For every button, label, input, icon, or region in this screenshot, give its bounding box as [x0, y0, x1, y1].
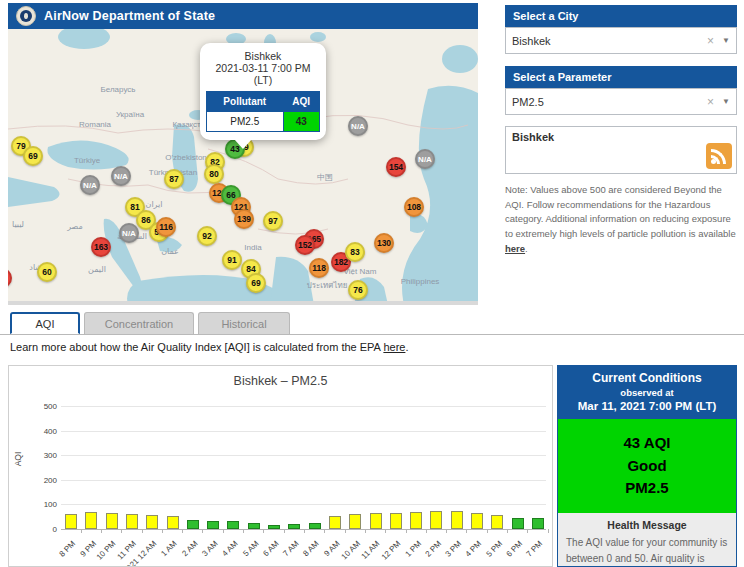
- chart-bar[interactable]: [65, 514, 77, 529]
- chart-bar[interactable]: [106, 513, 118, 529]
- chart-bar[interactable]: [167, 516, 179, 529]
- chart-x-label: 10 PM: [95, 539, 118, 562]
- chart-x-label: 3 PM: [444, 539, 464, 559]
- chart-bar[interactable]: [85, 512, 97, 529]
- chart-y-axis-label: AQI: [13, 452, 23, 467]
- parameter-clear-icon[interactable]: ×: [707, 95, 714, 109]
- chart-bar[interactable]: [430, 511, 442, 529]
- chart-x-label: 11 AM: [360, 539, 382, 561]
- aqi-chart: Bishkek – PM2.5 AQI 01002003004005008 PM…: [8, 365, 553, 567]
- chart-x-label: 8 AM: [302, 539, 321, 558]
- chart-bar[interactable]: [187, 520, 199, 529]
- chart-bar[interactable]: [288, 524, 300, 529]
- current-aqi-value: 43 AQI: [562, 432, 732, 455]
- parameter-select[interactable]: PM2.5 × ▼: [505, 88, 737, 115]
- chart-bar[interactable]: [268, 525, 280, 529]
- popup-city: Bishkek: [206, 50, 320, 62]
- aqi-map-marker[interactable]: 91: [222, 250, 242, 270]
- tab-bar: AQIConcentrationHistorical: [0, 312, 744, 335]
- chart-bar[interactable]: [227, 521, 239, 529]
- aqi-map-marker[interactable]: 152: [295, 235, 315, 255]
- current-conditions-header: Current Conditions observed at Mar 11, 2…: [558, 366, 736, 419]
- city-select[interactable]: Bishkek × ▼: [505, 27, 737, 54]
- chart-x-label: 8 PM: [58, 539, 78, 559]
- city-caret-icon[interactable]: ▼: [722, 36, 730, 45]
- map-popup: Bishkek 2021-03-11 7:00 PM (LT) Pollutan…: [200, 43, 326, 140]
- map-country-label: Беларусь: [101, 85, 136, 94]
- parameter-caret-icon[interactable]: ▼: [722, 97, 730, 106]
- rss-icon[interactable]: [706, 143, 732, 169]
- chart-bar[interactable]: [451, 511, 463, 529]
- chart-bar[interactable]: [248, 523, 260, 529]
- city-select-value: Bishkek: [512, 35, 707, 47]
- aqi-map-marker[interactable]: 69: [23, 146, 43, 166]
- map-country-label: India: [244, 243, 261, 252]
- aqi-map-marker[interactable]: 60: [37, 262, 57, 282]
- aqi-map-marker[interactable]: 76: [348, 280, 368, 300]
- chart-bar[interactable]: [207, 521, 219, 529]
- aqi-map[interactable]: БеларусьУкраїнаRomaniaTürkiyeҚазақстанO'…: [8, 29, 478, 305]
- aqi-map-marker[interactable]: N/A: [415, 149, 435, 169]
- tab-aqi[interactable]: AQI: [10, 312, 80, 334]
- aqi-map-marker[interactable]: N/A: [111, 166, 131, 186]
- city-clear-icon[interactable]: ×: [707, 34, 714, 48]
- health-message-block: Health Message The AQI value for your co…: [558, 513, 736, 567]
- popup-col-pollutant: Pollutant: [207, 92, 284, 112]
- select-city-header: Select a City: [505, 5, 737, 27]
- chart-x-tick: [385, 529, 386, 533]
- aqi-map-marker[interactable]: 69: [246, 273, 266, 293]
- chart-bar[interactable]: [471, 513, 483, 529]
- map-country-label: Україна: [116, 110, 144, 119]
- map-country-label: ايران: [146, 200, 163, 209]
- note-text: Note: Values above 500 are considered Be…: [505, 184, 736, 239]
- chart-bar[interactable]: [126, 514, 138, 529]
- chart-x-tick: [162, 529, 163, 533]
- sidebar: Select a City Bishkek × ▼ Select a Param…: [505, 5, 737, 257]
- chart-bar[interactable]: [309, 523, 321, 529]
- chart-x-label: 7 PM: [525, 539, 545, 559]
- chart-x-tick: [406, 529, 407, 533]
- chart-bar[interactable]: [349, 514, 361, 529]
- chart-bar[interactable]: [329, 516, 341, 529]
- chart-bar[interactable]: [532, 518, 544, 529]
- aqi-map-marker[interactable]: 92: [197, 226, 217, 246]
- tab-historical[interactable]: Historical: [198, 312, 290, 334]
- aqi-map-marker[interactable]: 118: [309, 258, 329, 278]
- map-country-label: 中国: [317, 172, 333, 183]
- chart-bar[interactable]: [370, 513, 382, 529]
- aqi-map-marker[interactable]: 139: [234, 209, 254, 229]
- chart-bar[interactable]: [146, 515, 158, 529]
- chart-x-tick: [243, 529, 244, 533]
- popup-col-aqi: AQI: [283, 92, 319, 112]
- aqi-map-marker[interactable]: 108: [404, 197, 424, 217]
- chart-bar[interactable]: [410, 512, 422, 529]
- chart-bar[interactable]: [491, 515, 503, 529]
- aqi-map-marker[interactable]: N/A: [80, 175, 100, 195]
- aqi-map-marker[interactable]: 97: [263, 211, 283, 231]
- chart-y-tick: 0: [31, 525, 57, 534]
- city-textbox-value: Bishkek: [512, 131, 554, 143]
- chart-bar[interactable]: [390, 513, 402, 529]
- city-textbox[interactable]: Bishkek: [505, 126, 737, 174]
- chart-gridline: [61, 504, 546, 505]
- aqi-map-marker[interactable]: 83: [345, 242, 365, 262]
- aqi-map-marker[interactable]: 116: [156, 217, 176, 237]
- aqi-map-marker[interactable]: N/A: [348, 116, 368, 136]
- note-here-link[interactable]: here: [505, 243, 525, 254]
- beyond-aqi-note: Note: Values above 500 are considered Be…: [505, 183, 737, 257]
- current-conditions-title: Current Conditions: [562, 371, 732, 385]
- current-aqi-category: Good: [562, 455, 732, 478]
- chart-x-tick: [142, 529, 143, 533]
- aqi-map-marker[interactable]: 87: [164, 169, 184, 189]
- aqi-map-marker[interactable]: N/A: [119, 223, 139, 243]
- tab-concentration[interactable]: Concentration: [84, 312, 194, 334]
- aqi-map-marker[interactable]: 163: [91, 237, 111, 257]
- popup-aqi-value: 43: [283, 112, 319, 132]
- chart-x-tick: [548, 529, 549, 533]
- aqi-map-marker[interactable]: 130: [374, 233, 394, 253]
- learn-more-here-link[interactable]: here: [383, 341, 405, 353]
- chart-bar[interactable]: [512, 518, 524, 529]
- aqi-map-marker[interactable]: 154: [386, 157, 406, 177]
- aqi-map-marker[interactable]: 80: [204, 164, 224, 184]
- learn-more-text: Learn more about how the Air Quality Ind…: [10, 341, 408, 353]
